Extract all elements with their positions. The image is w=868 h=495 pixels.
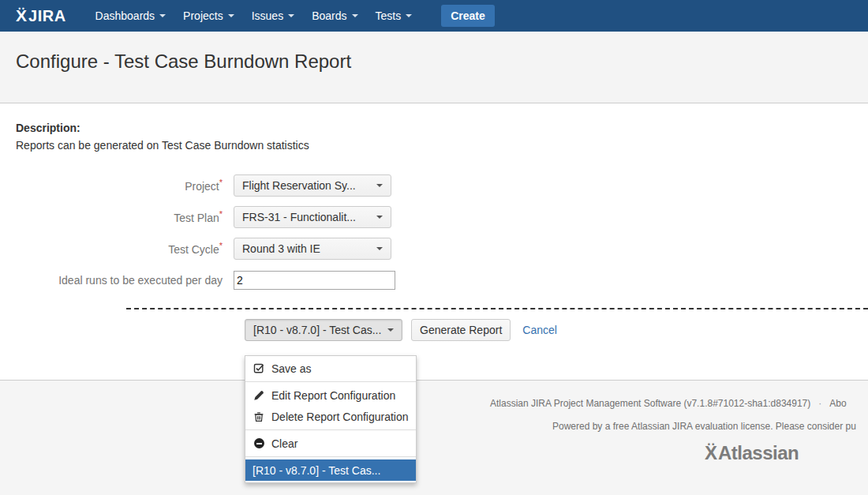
top-navbar: Ẍ JIRA Dashboards Projects Issues Boards… (0, 0, 868, 32)
form-row-project: Project* Flight Reservation Sy... (16, 174, 868, 197)
minus-circle-icon (253, 437, 265, 450)
required-mark: * (219, 178, 223, 187)
atlassian-charlie-icon: Ẍ (705, 442, 717, 464)
form-row-test-cycle: Test Cycle* Round 3 with IE (16, 238, 868, 260)
pencil-icon (253, 389, 265, 402)
menu-separator (245, 429, 416, 430)
menu-item-save-as[interactable]: Save as (245, 358, 416, 379)
required-mark: * (219, 209, 223, 219)
nav-item-issues[interactable]: Issues (243, 0, 303, 32)
nav-item-tests[interactable]: Tests (367, 0, 421, 32)
report-config-menu: Save as Edit Report Configuration Delete… (245, 355, 417, 483)
atlassian-logo-text: Atlassian (718, 442, 799, 464)
jira-logo[interactable]: Ẍ JIRA (16, 6, 66, 25)
about-link[interactable]: Abo (829, 398, 846, 409)
test-plan-label: Test Plan* (16, 208, 234, 226)
menu-separator (245, 456, 416, 457)
project-label: Project* (16, 177, 234, 194)
page-footer: Atlassian JIRA Project Management Softwa… (0, 380, 868, 495)
nav-item-dashboards[interactable]: Dashboards (87, 0, 175, 32)
main-content: Description: Reports can be generated on… (0, 122, 868, 341)
project-select-value: Flight Reservation Sy... (242, 179, 356, 192)
menu-item-edit-report-configuration[interactable]: Edit Report Configuration (245, 384, 416, 406)
report-description: Description: Reports can be generated on… (16, 122, 868, 152)
page-title: Configure - Test Case Burndown Report (16, 51, 852, 73)
footer-license-line: Powered by a free Atlassian JIRA evaluat… (552, 421, 856, 432)
dashed-divider (126, 308, 868, 309)
action-row: [R10 - v8.7.0] - Test Cas... Generate Re… (245, 319, 868, 341)
test-plan-select[interactable]: FRS-31 - Functionalit... (234, 206, 391, 228)
report-config-dropdown[interactable]: [R10 - v8.7.0] - Test Cas... (245, 319, 402, 341)
ideal-runs-label: Ideal runs to be executed per day (16, 273, 234, 288)
jira-logo-text: JIRA (28, 7, 66, 25)
chevron-down-icon (352, 14, 358, 17)
chevron-down-icon (228, 14, 234, 17)
cancel-link[interactable]: Cancel (522, 324, 557, 336)
footer-version-line: Atlassian JIRA Project Management Softwa… (490, 398, 847, 409)
project-select[interactable]: Flight Reservation Sy... (234, 174, 391, 197)
description-text: Reports can be generated on Test Case Bu… (16, 139, 868, 152)
menu-item-clear[interactable]: Clear (245, 433, 416, 454)
footer-separator-dot: · (818, 398, 821, 409)
form-row-test-plan: Test Plan* FRS-31 - Functionalit... (16, 206, 868, 228)
description-heading: Description: (16, 122, 868, 134)
required-mark: * (219, 241, 223, 250)
nav-item-projects[interactable]: Projects (174, 0, 243, 32)
chevron-down-icon (376, 247, 383, 250)
menu-separator (245, 381, 416, 382)
checkbox-icon (253, 362, 265, 375)
chevron-down-icon (288, 14, 294, 17)
chevron-down-icon (376, 216, 383, 219)
menu-item-saved-report-r10[interactable]: [R10 - v8.7.0] - Test Cas... (245, 459, 416, 481)
page-header: Configure - Test Case Burndown Report (0, 32, 868, 103)
test-cycle-label: Test Cycle* (16, 240, 234, 257)
chevron-down-icon (159, 14, 166, 17)
create-button[interactable]: Create (441, 5, 495, 27)
atlassian-logo[interactable]: Ẍ Atlassian (705, 442, 799, 464)
configure-form: Project* Flight Reservation Sy... Test P… (0, 174, 868, 290)
test-cycle-select[interactable]: Round 3 with IE (234, 238, 391, 260)
chevron-down-icon (406, 14, 412, 17)
chevron-down-icon (376, 184, 383, 187)
chevron-down-icon (387, 328, 394, 332)
footer-version-text: Atlassian JIRA Project Management Softwa… (490, 398, 810, 409)
test-cycle-select-value: Round 3 with IE (242, 242, 320, 255)
report-config-dropdown-value: [R10 - v8.7.0] - Test Cas... (253, 324, 381, 336)
form-row-ideal-runs: Ideal runs to be executed per day (16, 271, 868, 290)
generate-report-button[interactable]: Generate Report (411, 319, 511, 341)
ideal-runs-input[interactable] (234, 271, 395, 290)
menu-item-delete-report-configuration[interactable]: Delete Report Configuration (245, 406, 416, 427)
test-plan-select-value: FRS-31 - Functionalit... (242, 211, 356, 223)
nav-item-boards[interactable]: Boards (303, 0, 366, 32)
trash-icon (253, 411, 265, 423)
jira-charlie-icon: Ẍ (16, 6, 27, 25)
